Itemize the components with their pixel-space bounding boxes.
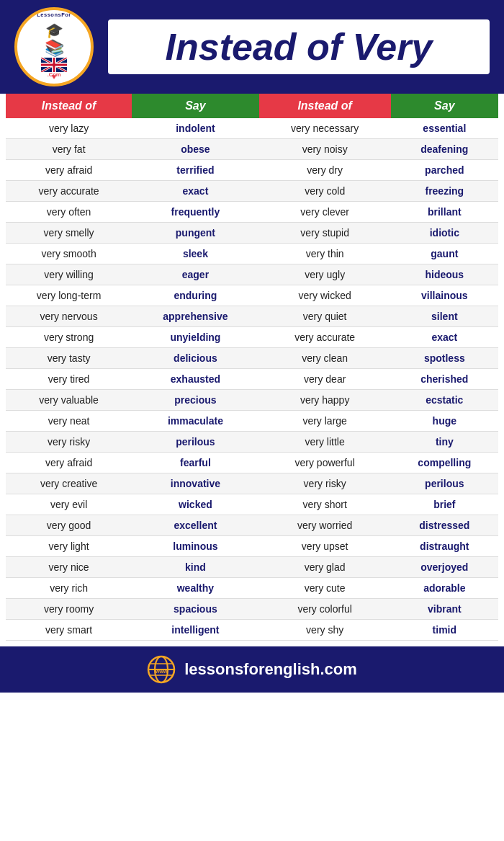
say-right: brief [391, 494, 498, 515]
say-left: perilous [132, 432, 259, 453]
table-row: very riskyperilousvery littletiny [6, 432, 498, 453]
say-left: excellent [132, 515, 259, 536]
table-row: very lazyindolentvery necessaryessential [6, 118, 498, 139]
say-left: indolent [132, 118, 259, 139]
instead-of-right: very stupid [259, 223, 391, 244]
instead-of-right: very cold [259, 181, 391, 202]
say-right: vibrant [391, 599, 498, 620]
table-row: very valuablepreciousvery happyecstatic [6, 390, 498, 411]
say-right: idiotic [391, 223, 498, 244]
table-row: very oftenfrequentlyvery cleverbrillant [6, 202, 498, 223]
instead-of-right: very cute [259, 578, 391, 599]
instead-of-left: very often [6, 202, 132, 223]
instead-of-right: very clean [259, 348, 391, 369]
say-right: overjoyed [391, 557, 498, 578]
table-row: very afraidterrifiedvery dryparched [6, 160, 498, 181]
vocabulary-table: Instead of Say Instead of Say very lazyi… [6, 94, 498, 641]
say-left: innovative [132, 473, 259, 494]
say-left: spacious [132, 599, 259, 620]
instead-of-left: very neat [6, 411, 132, 432]
instead-of-right: very ugly [259, 264, 391, 285]
instead-of-left: very tired [6, 369, 132, 390]
say-left: sleek [132, 244, 259, 264]
say-left: immaculate [132, 411, 259, 432]
say-left: apprehensive [132, 306, 259, 327]
say-left: kind [132, 557, 259, 578]
say-right: timid [391, 620, 498, 641]
say-right: villainous [391, 285, 498, 306]
say-right: ecstatic [391, 390, 498, 411]
instead-of-left: very light [6, 536, 132, 557]
svg-rect-8 [41, 64, 67, 66]
say-right: spotless [391, 348, 498, 369]
instead-of-left: very afraid [6, 160, 132, 181]
logo-top-text: LessonsFor [37, 12, 71, 18]
say-left: eager [132, 264, 259, 285]
say-right: essential [391, 118, 498, 139]
logo: LessonsFor 🎓 📚 ♥ .Com [14, 7, 94, 86]
table-row: very nicekindvery gladoverjoyed [6, 557, 498, 578]
say-left: exact [132, 181, 259, 202]
instead-of-right: very glad [259, 557, 391, 578]
instead-of-left: very smart [6, 620, 132, 641]
say-left: frequently [132, 202, 259, 223]
instead-of-left: very tasty [6, 348, 132, 369]
instead-of-left: very afraid [6, 453, 132, 473]
table-row: very nervousapprehensivevery quietsilent [6, 306, 498, 327]
say-right: hideous [391, 264, 498, 285]
say-left: wicked [132, 494, 259, 515]
instead-of-right: very noisy [259, 139, 391, 160]
instead-of-right: very dear [259, 369, 391, 390]
say-right: brillant [391, 202, 498, 223]
col1-header: Instead of [6, 94, 132, 118]
table-row: very evilwickedvery shortbrief [6, 494, 498, 515]
instead-of-right: very powerful [259, 453, 391, 473]
page-title: Instead of Very [108, 19, 490, 74]
table-row: very smoothsleekvery thingaunt [6, 244, 498, 264]
instead-of-left: very long-term [6, 285, 132, 306]
header: LessonsFor 🎓 📚 ♥ .Com Instead of Very [0, 0, 504, 94]
instead-of-left: very creative [6, 473, 132, 494]
say-left: enduring [132, 285, 259, 306]
table-body: very lazyindolentvery necessaryessential… [6, 118, 498, 641]
instead-of-left: very smelly [6, 223, 132, 244]
say-left: wealthy [132, 578, 259, 599]
instead-of-right: very accurate [259, 327, 391, 348]
footer: www lessonsforenglish.com [0, 646, 504, 693]
instead-of-right: very quiet [259, 306, 391, 327]
instead-of-left: very valuable [6, 390, 132, 411]
instead-of-left: very risky [6, 432, 132, 453]
instead-of-left: very accurate [6, 181, 132, 202]
instead-of-left: very nice [6, 557, 132, 578]
logo-bottom-text: .Com [48, 71, 61, 78]
instead-of-right: very worried [259, 515, 391, 536]
instead-of-right: very clever [259, 202, 391, 223]
instead-of-right: very dry [259, 160, 391, 181]
say-right: distressed [391, 515, 498, 536]
say-right: exact [391, 327, 498, 348]
table-row: very tastydeliciousvery cleanspotless [6, 348, 498, 369]
table-row: very fatobesevery noisydeafening [6, 139, 498, 160]
footer-site-text: lessonsforenglish.com [184, 660, 357, 678]
header-row: Instead of Say Instead of Say [6, 94, 498, 118]
say-left: intelligent [132, 620, 259, 641]
instead-of-left: very good [6, 515, 132, 536]
instead-of-left: very willing [6, 264, 132, 285]
instead-of-right: very risky [259, 473, 391, 494]
svg-text:www: www [155, 669, 168, 674]
say-right: huge [391, 411, 498, 432]
say-right: gaunt [391, 244, 498, 264]
table-header: Instead of Say Instead of Say [6, 94, 498, 118]
table-row: very willingeagervery uglyhideous [6, 264, 498, 285]
say-left: fearful [132, 453, 259, 473]
instead-of-left: very evil [6, 494, 132, 515]
table-row: very creativeinnovativevery riskyperilou… [6, 473, 498, 494]
say-left: precious [132, 390, 259, 411]
instead-of-left: very strong [6, 327, 132, 348]
instead-of-right: very colorful [259, 599, 391, 620]
instead-of-left: very lazy [6, 118, 132, 139]
col2-header: Say [132, 94, 259, 118]
instead-of-left: very nervous [6, 306, 132, 327]
say-right: perilous [391, 473, 498, 494]
say-left: pungent [132, 223, 259, 244]
